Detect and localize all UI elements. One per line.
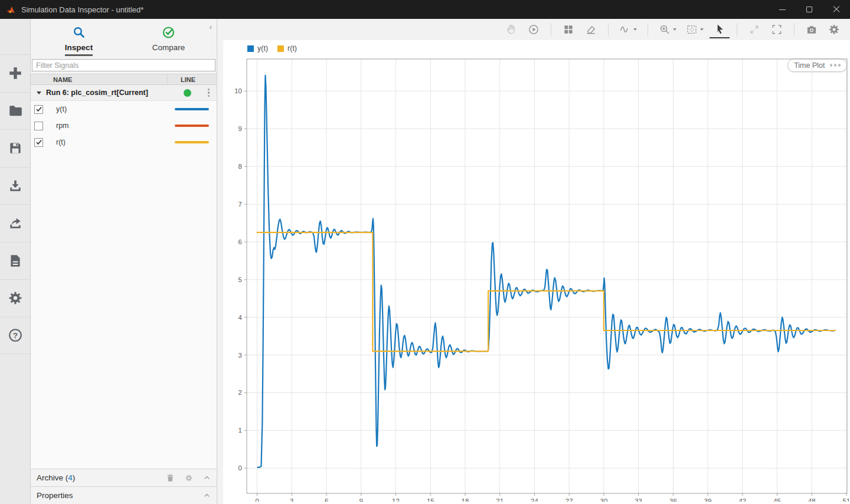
camera-icon — [806, 24, 818, 35]
replay-icon — [528, 24, 540, 35]
clear-plots-button[interactable] — [581, 21, 601, 38]
layout-grid-icon — [563, 24, 574, 35]
svg-text:33: 33 — [635, 498, 642, 502]
signal-panel: Inspect Compare ‹ NAME LI — [31, 19, 217, 504]
hand-icon — [505, 24, 517, 35]
tab-compare[interactable]: Compare — [142, 24, 196, 58]
svg-text:9: 9 — [359, 498, 363, 502]
svg-text:?: ? — [12, 331, 17, 340]
gear-icon — [8, 290, 23, 306]
fit-to-view-button[interactable] — [682, 21, 707, 38]
app-window: Simulation Data Inspector - untitled* — [0, 0, 850, 504]
signal-options-button[interactable] — [616, 21, 640, 38]
layout-button[interactable] — [558, 21, 578, 38]
select-cursor-button[interactable] — [710, 21, 730, 38]
help-icon: ? — [8, 328, 23, 343]
run-label: Run 6: plc_cosim_rt[Current] — [46, 89, 148, 97]
open-button[interactable] — [0, 92, 30, 130]
save-icon — [8, 140, 23, 156]
svg-text:9: 9 — [238, 125, 242, 132]
collapse-run-triangle-icon[interactable] — [37, 91, 41, 94]
svg-text:42: 42 — [738, 498, 746, 502]
plus-icon — [8, 66, 23, 81]
zoom-button[interactable] — [655, 21, 680, 38]
table-header: NAME LINE — [31, 74, 217, 85]
svg-text:18: 18 — [462, 498, 469, 502]
import-button[interactable] — [0, 167, 30, 205]
chevron-up-icon[interactable] — [203, 492, 211, 499]
column-header-name: NAME — [31, 76, 167, 83]
signal-checkbox[interactable] — [34, 105, 43, 114]
zoom-in-icon — [659, 24, 671, 35]
magnifier-icon — [72, 24, 86, 41]
toolbar-divider — [737, 23, 737, 36]
close-button[interactable] — [823, 0, 850, 19]
signal-row-rt[interactable]: r(t) — [31, 134, 217, 150]
trash-icon[interactable] — [166, 473, 175, 483]
signal-line-swatch — [175, 125, 209, 127]
svg-text:3: 3 — [290, 498, 293, 502]
signal-name: r(t) — [56, 138, 167, 146]
report-button[interactable] — [0, 242, 30, 280]
run-status-dot — [184, 89, 191, 97]
run-row[interactable]: Run 6: plc_cosim_rt[Current] — [31, 85, 217, 101]
chevron-up-icon[interactable] — [203, 474, 211, 482]
fullscreen-button[interactable] — [767, 21, 787, 38]
save-button[interactable] — [0, 129, 30, 167]
replay-button[interactable] — [524, 21, 544, 38]
tab-inspect[interactable]: Inspect — [52, 24, 106, 58]
svg-text:2: 2 — [238, 389, 242, 396]
archive-bar[interactable]: Archive (4) — [31, 469, 217, 486]
svg-text:27: 27 — [565, 498, 573, 502]
import-icon — [8, 178, 23, 194]
svg-text:6: 6 — [238, 238, 242, 246]
snapshot-button[interactable] — [802, 21, 822, 38]
svg-text:7: 7 — [238, 201, 242, 208]
svg-text:8: 8 — [238, 163, 242, 170]
time-plot-chart[interactable]: 0369121518212427303336394245485101234567… — [223, 40, 849, 502]
help-button[interactable]: ? — [0, 317, 30, 355]
collapse-panel-chevron-icon[interactable]: ‹ — [210, 22, 212, 31]
svg-text:6: 6 — [325, 498, 328, 502]
export-button[interactable] — [0, 204, 30, 242]
svg-text:45: 45 — [773, 498, 781, 502]
column-header-line: LINE — [167, 74, 217, 84]
window-title: Simulation Data Inspector - untitled* — [21, 5, 143, 14]
export-icon — [8, 215, 23, 231]
signal-row-rpm[interactable]: rpm — [31, 117, 217, 134]
minimize-button[interactable] — [769, 0, 796, 19]
maximize-button[interactable] — [796, 0, 823, 19]
signal-checkbox[interactable] — [34, 138, 43, 147]
expand-button[interactable] — [744, 21, 764, 38]
signal-wave-icon — [619, 24, 631, 35]
new-run-button[interactable] — [0, 54, 30, 92]
toolbar-divider — [648, 23, 648, 36]
svg-text:21: 21 — [496, 498, 504, 502]
titlebar: Simulation Data Inspector - untitled* — [0, 0, 850, 19]
plot-settings-button[interactable] — [824, 21, 844, 38]
svg-text:36: 36 — [669, 498, 677, 502]
signal-line-swatch — [175, 108, 209, 110]
filter-signals-input[interactable] — [32, 59, 215, 71]
signal-line-swatch — [175, 141, 209, 143]
toolbar-divider — [551, 23, 551, 36]
signal-checkbox[interactable] — [34, 122, 43, 130]
cursor-icon — [714, 23, 725, 35]
plot-pane: y(t)r(t) Time Plot 036912151821242730333… — [217, 19, 850, 504]
gear-icon[interactable] — [185, 474, 193, 482]
toolbar-divider — [608, 23, 609, 36]
svg-text:4: 4 — [238, 314, 243, 321]
properties-bar[interactable]: Properties — [31, 486, 217, 504]
pan-button[interactable] — [501, 21, 521, 38]
maximize-icon — [806, 6, 812, 12]
signal-row-yt[interactable]: y(t) — [31, 101, 217, 117]
svg-text:48: 48 — [808, 498, 816, 502]
plot-area[interactable]: y(t)r(t) Time Plot 036912151821242730333… — [223, 40, 850, 504]
close-icon — [833, 6, 840, 13]
preferences-button[interactable] — [0, 279, 30, 317]
expand-icon — [748, 24, 760, 35]
svg-text:5: 5 — [238, 276, 242, 283]
run-options-kebab-icon[interactable] — [208, 89, 210, 97]
tab-inspect-label: Inspect — [65, 43, 93, 56]
svg-text:51: 51 — [843, 498, 849, 502]
